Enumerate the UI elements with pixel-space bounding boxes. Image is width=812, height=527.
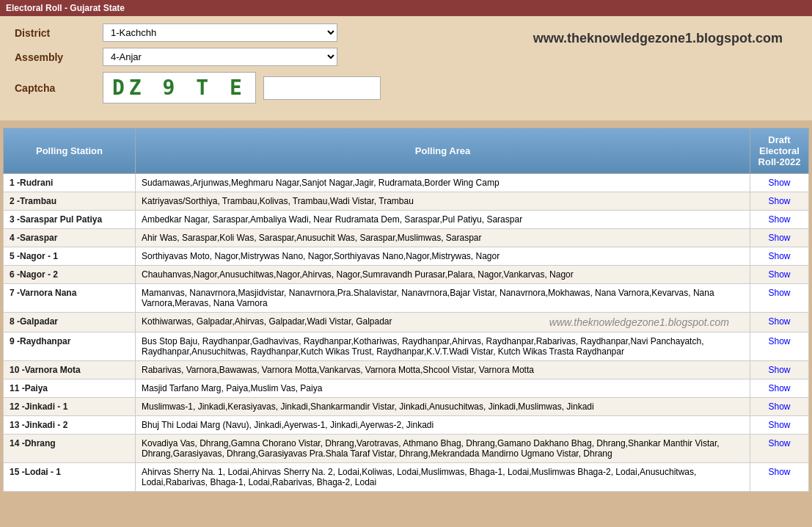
assembly-row: Assembly 4-Anjar: [15, 48, 489, 66]
station-cell: 14 -Dhrang: [4, 435, 136, 463]
table-row: 2 -TrambauKatriyavas/Sorthiya, Trambau,K…: [4, 192, 809, 211]
table-row: 3 -Saraspar Pul PatiyaAmbedkar Nagar, Sa…: [4, 211, 809, 229]
assembly-label: Assembly: [15, 51, 103, 63]
top-bar-title: Electoral Roll - Gujarat State: [6, 3, 125, 13]
table-row: 14 -DhrangKovadiya Vas, Dhrang,Gamna Cho…: [4, 435, 809, 463]
area-cell: Sorthiyavas Moto, Nagor,Mistrywas Nano, …: [136, 247, 750, 266]
district-row: District 1-Kachchh: [15, 23, 489, 42]
area-cell: Kovadiya Vas, Dhrang,Gamna Chorano Vista…: [136, 435, 750, 463]
area-cell: Muslimwas-1, Jinkadi,Kerasiyavas, Jinkad…: [136, 398, 750, 416]
station-cell: 15 -Lodai - 1: [4, 463, 136, 492]
show-link[interactable]: Show: [750, 192, 809, 211]
area-cell: Masjid Tarfano Marg, Paiya,Muslim Vas, P…: [136, 379, 750, 398]
station-cell: 7 -Varnora Nana: [4, 284, 136, 313]
area-cell: Kothiwarwas, Galpadar,Ahirvas, Galpadar,…: [136, 313, 750, 332]
table-row: 9 -RaydhanparBus Stop Baju, Raydhanpar,G…: [4, 332, 809, 361]
district-select[interactable]: 1-Kachchh: [103, 23, 337, 42]
show-link[interactable]: Show: [750, 435, 809, 463]
captcha-input[interactable]: [263, 76, 381, 100]
col-polling-station: Polling Station: [4, 128, 136, 174]
table-row: 5 -Nagor - 1Sorthiyavas Moto, Nagor,Mist…: [4, 247, 809, 266]
table-row: 12 -Jinkadi - 1Muslimwas-1, Jinkadi,Kera…: [4, 398, 809, 416]
show-link[interactable]: Show: [750, 398, 809, 416]
col-draft-electoral: Draft Electoral Roll-2022: [750, 128, 809, 174]
table-row: 8 -GalpadarKothiwarwas, Galpadar,Ahirvas…: [4, 313, 809, 332]
table-row: 1 -RudraniSudamawas,Arjunwas,Meghmaru Na…: [4, 174, 809, 192]
station-cell: 11 -Paiya: [4, 379, 136, 398]
area-cell: Chauhanvas,Nagor,Anusuchitwas,Nagor,Ahir…: [136, 266, 750, 284]
show-link[interactable]: Show: [750, 266, 809, 284]
station-cell: 6 -Nagor - 2: [4, 266, 136, 284]
show-link[interactable]: Show: [750, 247, 809, 266]
table-row: 15 -Lodai - 1Ahirvas Sherry Na. 1, Lodai…: [4, 463, 809, 492]
captcha-image: DZ 9 T E: [103, 72, 256, 103]
website-text: www.theknowledgezone1.blogspot.com: [533, 31, 783, 46]
station-cell: 3 -Saraspar Pul Patiya: [4, 211, 136, 229]
show-link[interactable]: Show: [750, 332, 809, 361]
show-link[interactable]: Show: [750, 229, 809, 247]
area-cell: Ahirvas Sherry Na. 1, Lodai,Ahirvas Sher…: [136, 463, 750, 492]
station-cell: 4 -Saraspar: [4, 229, 136, 247]
show-link[interactable]: Show: [750, 416, 809, 435]
top-bar: Electoral Roll - Gujarat State: [0, 0, 812, 16]
table-row: 10 -Varnora MotaRabarivas, Varnora,Bawaw…: [4, 361, 809, 379]
captcha-row: Captcha DZ 9 T E: [15, 72, 489, 103]
show-link[interactable]: Show: [750, 211, 809, 229]
show-link[interactable]: Show: [750, 284, 809, 313]
area-cell: Bus Stop Baju, Raydhanpar,Gadhavivas, Ra…: [136, 332, 750, 361]
table-row: 13 -Jinkadi - 2Bhuj Thi Lodai Marg (Navu…: [4, 416, 809, 435]
station-cell: 10 -Varnora Mota: [4, 361, 136, 379]
area-cell: Rabarivas, Varnora,Bawawas, Varnora Mott…: [136, 361, 750, 379]
show-link[interactable]: Show: [750, 313, 809, 332]
area-cell: Bhuj Thi Lodai Marg (Navu), Jinkadi,Ayer…: [136, 416, 750, 435]
area-cell: Ambedkar Nagar, Saraspar,Ambaliya Wadi, …: [136, 211, 750, 229]
station-cell: 1 -Rudrani: [4, 174, 136, 192]
station-cell: 8 -Galpadar: [4, 313, 136, 332]
station-cell: 9 -Raydhanpar: [4, 332, 136, 361]
area-cell: Sudamawas,Arjunwas,Meghmaru Nagar,Sanjot…: [136, 174, 750, 192]
show-link[interactable]: Show: [750, 463, 809, 492]
area-cell: Ahir Was, Saraspar,Koli Was, Saraspar,An…: [136, 229, 750, 247]
captcha-label: Captcha: [15, 82, 103, 94]
show-link[interactable]: Show: [750, 379, 809, 398]
district-label: District: [15, 27, 103, 39]
table-row: 6 -Nagor - 2Chauhanvas,Nagor,Anusuchitwa…: [4, 266, 809, 284]
table-row: 4 -SarasparAhir Was, Saraspar,Koli Was, …: [4, 229, 809, 247]
station-cell: 2 -Trambau: [4, 192, 136, 211]
show-link[interactable]: Show: [750, 174, 809, 192]
table-header-row: Polling Station Polling Area Draft Elect…: [4, 128, 809, 174]
area-cell: Mamanvas, Nanavrnora,Masjidvistar, Nanav…: [136, 284, 750, 313]
polling-table: Polling Station Polling Area Draft Elect…: [3, 128, 809, 492]
area-cell: Katriyavas/Sorthiya, Trambau,Kolivas, Tr…: [136, 192, 750, 211]
col-polling-area: Polling Area: [136, 128, 750, 174]
table-row: 11 -PaiyaMasjid Tarfano Marg, Paiya,Musl…: [4, 379, 809, 398]
table-container: Polling Station Polling Area Draft Elect…: [0, 120, 812, 499]
show-link[interactable]: Show: [750, 361, 809, 379]
assembly-select[interactable]: 4-Anjar: [103, 48, 337, 66]
header-section: District 1-Kachchh Assembly 4-Anjar Capt…: [0, 16, 812, 120]
table-row: 7 -Varnora NanaMamanvas, Nanavrnora,Masj…: [4, 284, 809, 313]
table-body: 1 -RudraniSudamawas,Arjunwas,Meghmaru Na…: [4, 174, 809, 492]
station-cell: 12 -Jinkadi - 1: [4, 398, 136, 416]
station-cell: 5 -Nagor - 1: [4, 247, 136, 266]
station-cell: 13 -Jinkadi - 2: [4, 416, 136, 435]
